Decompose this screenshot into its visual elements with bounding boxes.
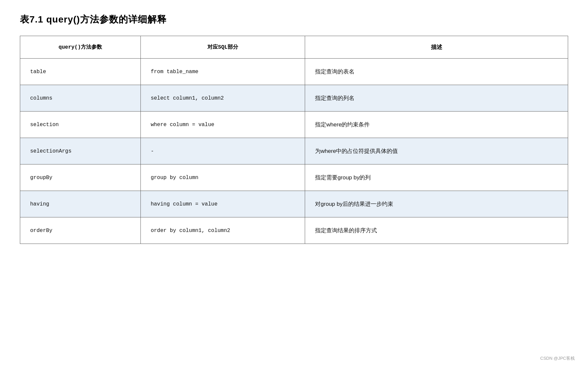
cell-param: having [20,191,141,217]
cell-param: selectionArgs [20,138,141,164]
table-row: havinghaving column = value对group by后的结果… [20,191,568,217]
header-sql: 对应SQL部分 [140,36,305,59]
cell-sql: select column1, column2 [140,85,305,112]
cell-sql: having column = value [140,191,305,217]
cell-desc: 指定查询的列名 [305,85,568,112]
cell-desc: 指定需要group by的列 [305,164,568,191]
table-row: groupBygroup by column指定需要group by的列 [20,164,568,191]
page-title: 表7.1 query()方法参数的详细解释 [20,13,568,26]
cell-desc: 指定查询的表名 [305,59,568,85]
cell-desc: 指定查询结果的排序方式 [305,217,568,244]
table-row: orderByorder by column1, column2指定查询结果的排… [20,217,568,244]
cell-param: table [20,59,141,85]
cell-param: columns [20,85,141,112]
query-params-table: query()方法参数 对应SQL部分 描述 tablefrom table_n… [20,36,568,244]
cell-param: groupBy [20,164,141,191]
watermark: CSDN @JPC客栈 [540,355,575,361]
table-header-row: query()方法参数 对应SQL部分 描述 [20,36,568,59]
cell-sql: group by column [140,164,305,191]
cell-sql: - [140,138,305,164]
cell-sql: order by column1, column2 [140,217,305,244]
table-row: selectionwhere column = value指定where的约束条… [20,112,568,138]
table-row: columnsselect column1, column2指定查询的列名 [20,85,568,112]
table-row: selectionArgs-为where中的占位符提供具体的值 [20,138,568,164]
cell-param: selection [20,112,141,138]
header-param: query()方法参数 [20,36,141,59]
header-desc: 描述 [305,36,568,59]
cell-sql: from table_name [140,59,305,85]
cell-param: orderBy [20,217,141,244]
cell-desc: 指定where的约束条件 [305,112,568,138]
table-row: tablefrom table_name指定查询的表名 [20,59,568,85]
cell-sql: where column = value [140,112,305,138]
cell-desc: 为where中的占位符提供具体的值 [305,138,568,164]
cell-desc: 对group by后的结果进一步约束 [305,191,568,217]
